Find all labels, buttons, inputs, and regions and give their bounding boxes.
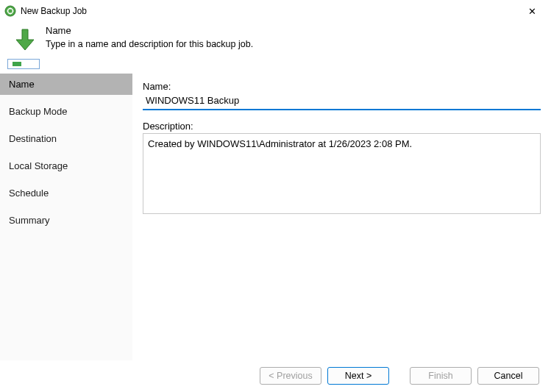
svg-point-4 [10,13,11,15]
description-input[interactable] [143,133,541,214]
previous-button: < Previous [260,367,321,385]
cancel-button[interactable]: Cancel [477,367,539,385]
wizard-content: Name: Description: [132,74,551,360]
svg-point-0 [5,6,15,16]
name-label: Name: [143,81,541,92]
wizard-steps-sidebar: Name Backup Mode Destination Local Stora… [0,74,132,360]
step-backup-mode[interactable]: Backup Mode [0,101,132,122]
finish-button: Finish [410,367,472,385]
progress-indicator [0,59,551,74]
step-local-storage[interactable]: Local Storage [0,155,132,177]
wizard-footer: < Previous Next > Finish Cancel [0,360,551,392]
download-arrow-icon [12,26,38,53]
app-icon [4,5,16,17]
wizard-header: Name Type in a name and description for … [0,22,551,59]
progress-bar [7,59,40,69]
step-name[interactable]: Name [0,74,132,95]
titlebar: New Backup Job ✕ [0,0,551,22]
step-destination[interactable]: Destination [0,128,132,149]
svg-point-5 [7,10,9,12]
description-label: Description: [143,121,541,132]
svg-point-3 [13,10,14,12]
header-subtitle: Type in a name and description for this … [46,39,253,49]
close-button[interactable]: ✕ [517,0,547,22]
next-button[interactable]: Next > [327,367,389,385]
header-title: Name [46,25,253,36]
step-schedule[interactable]: Schedule [0,182,132,204]
name-input[interactable] [143,93,541,110]
svg-point-2 [10,8,11,10]
window-title: New Backup Job [21,6,87,16]
step-summary[interactable]: Summary [0,210,132,231]
